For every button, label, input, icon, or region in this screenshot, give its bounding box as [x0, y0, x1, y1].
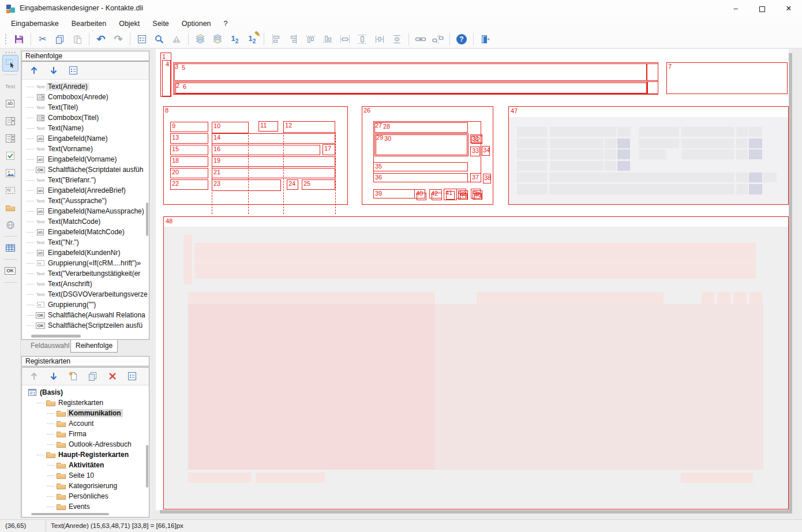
list-item[interactable]: abEingabefeld(KundenNr): [22, 248, 149, 258]
canvas-box[interactable]: 30: [376, 134, 467, 155]
list-item[interactable]: TextText("Briefanr."): [22, 175, 149, 185]
list-item[interactable]: Combobox(Titel): [22, 113, 149, 123]
canvas-box[interactable]: 24: [287, 179, 298, 190]
tree-item[interactable]: Kategorisierung: [22, 481, 145, 491]
registerkarten-vscroll-thumb[interactable]: [146, 445, 148, 488]
registerkarten-hscroll-thumb[interactable]: [31, 513, 109, 515]
list-item[interactable]: abEingabefeld(Name): [22, 133, 149, 144]
menu-objekt[interactable]: Objekt: [113, 18, 146, 29]
list-item[interactable]: TextText(Name): [22, 123, 149, 133]
tree-item[interactable]: Registerkarten: [22, 398, 145, 408]
canvas-box[interactable]: 38: [483, 174, 491, 183]
canvas-box[interactable]: 35: [373, 162, 468, 171]
reihenfolge-move-down-button[interactable]: [46, 63, 61, 77]
canvas-box[interactable]: 20: [170, 168, 208, 178]
list-item[interactable]: OKSchaltfläche(Auswahl Relationa: [22, 310, 149, 320]
distribute-horizontal-button[interactable]: [371, 32, 388, 47]
list-item[interactable]: OKSchaltfläche(Scriptdatei ausfüh: [22, 164, 149, 175]
canvas-box[interactable]: [647, 81, 658, 94]
tree-item[interactable]: Account: [22, 418, 145, 429]
tool-image[interactable]: [2, 164, 18, 181]
tree-item[interactable]: Outlook-Adressbuch: [22, 439, 145, 449]
save-button[interactable]: [10, 32, 28, 47]
tree-item[interactable]: Events: [22, 501, 145, 510]
reihenfolge-properties-button[interactable]: [66, 63, 81, 77]
align-top-button[interactable]: [302, 32, 319, 47]
tool-combobox[interactable]: [2, 113, 18, 129]
tool-folder[interactable]: [2, 199, 18, 216]
tree-item[interactable]: Haupt-Registerkarten: [22, 449, 145, 460]
canvas-box[interactable]: 21: [212, 168, 335, 178]
canvas-box[interactable]: 9: [170, 122, 208, 132]
tool-group[interactable]: xy: [2, 182, 18, 198]
tool-ok-button[interactable]: OK: [2, 263, 18, 279]
tool-table[interactable]: [2, 239, 18, 256]
paste-button[interactable]: [69, 32, 86, 47]
list-item[interactable]: TextText(MatchCode): [22, 216, 149, 227]
list-item[interactable]: Combobox(Anrede): [22, 92, 149, 102]
registerkarten-copy-page-button[interactable]: [85, 369, 100, 383]
canvas-box[interactable]: 11: [258, 121, 278, 132]
canvas-box[interactable]: [474, 193, 482, 200]
canvas-box[interactable]: 5: [174, 63, 647, 81]
cut-button[interactable]: ✂: [34, 32, 51, 47]
canvas-box[interactable]: 13: [170, 133, 208, 144]
menu-bearbeiten[interactable]: Bearbeiten: [65, 18, 113, 29]
tab-reihenfolge[interactable]: Reihenfolge: [70, 340, 118, 353]
canvas-box[interactable]: 34: [482, 146, 490, 156]
tool-checkbox[interactable]: [2, 147, 18, 164]
numbering-button[interactable]: 12: [226, 32, 243, 47]
menu-seite[interactable]: Seite: [146, 18, 175, 29]
undo-button[interactable]: ↶: [92, 32, 110, 47]
renumber-button[interactable]: 12✎: [243, 32, 261, 47]
tree-item[interactable]: Persönliches: [22, 491, 145, 501]
canvas-box[interactable]: [647, 63, 658, 81]
reihenfolge-move-up-button[interactable]: [27, 63, 42, 77]
canvas-box[interactable]: 6: [175, 83, 647, 93]
tool-input[interactable]: ab: [2, 95, 18, 112]
menu-eingabemaske[interactable]: Eingabemaske: [5, 18, 65, 29]
properties-button[interactable]: [133, 32, 151, 47]
menu-?[interactable]: ?: [218, 18, 234, 29]
same-height-button[interactable]: [354, 32, 371, 47]
registerkarten-delete-page-button[interactable]: [105, 369, 120, 383]
registerkarten-move-down-button[interactable]: [46, 369, 61, 383]
align-left-button[interactable]: [267, 32, 284, 47]
list-item[interactable]: xyGruppierung(«If(cRM....hrift")»: [22, 258, 149, 268]
align-right-button[interactable]: [284, 32, 302, 47]
tree-item[interactable]: (Basis): [22, 387, 145, 398]
list-item[interactable]: xyGruppierung(""): [22, 299, 149, 310]
distribute-vertical-button[interactable]: [388, 32, 406, 47]
canvas-box[interactable]: 17: [323, 144, 335, 155]
canvas-box[interactable]: 12: [283, 121, 335, 133]
canvas-box[interactable]: 28: [374, 122, 468, 133]
canvas-box[interactable]: 25: [302, 179, 335, 190]
tool-select[interactable]: [2, 55, 18, 72]
layers-back-button[interactable]: [192, 32, 209, 47]
canvas-box[interactable]: 16: [212, 145, 320, 155]
list-item[interactable]: TextText(DSGVOVerarbeitungsverze: [22, 289, 149, 299]
canvas-box[interactable]: 18: [170, 156, 208, 167]
redo-button[interactable]: ↷: [110, 32, 127, 47]
canvas-box[interactable]: [460, 193, 467, 200]
reihenfolge-vscroll-thumb[interactable]: [146, 203, 148, 236]
registerkarten-move-up-disabled-button[interactable]: [27, 369, 42, 383]
maximize-button[interactable]: [749, 0, 775, 17]
layers-front-button[interactable]: [209, 32, 226, 47]
exit-button[interactable]: [477, 32, 494, 47]
minimize-button[interactable]: –: [722, 0, 749, 17]
canvas-box[interactable]: 33: [470, 147, 480, 156]
list-item[interactable]: OKSchaltfläche(Scriptzeilen ausfü: [22, 320, 149, 331]
sidebar-grip[interactable]: [5, 51, 16, 54]
zoom-button[interactable]: [151, 32, 168, 47]
link-button[interactable]: [412, 32, 429, 47]
tool-listbox[interactable]: [2, 130, 18, 147]
menu-optionen[interactable]: Optionen: [175, 18, 218, 29]
tree-item[interactable]: Seite 10: [22, 470, 145, 481]
unlink-button[interactable]: [429, 32, 447, 47]
same-width-button[interactable]: [336, 32, 354, 47]
canvas-box[interactable]: 32: [471, 136, 482, 144]
list-item[interactable]: TextText(Anschrift): [22, 279, 149, 289]
registerkarten-properties-button[interactable]: [125, 369, 140, 383]
help-button[interactable]: ?: [453, 32, 470, 47]
